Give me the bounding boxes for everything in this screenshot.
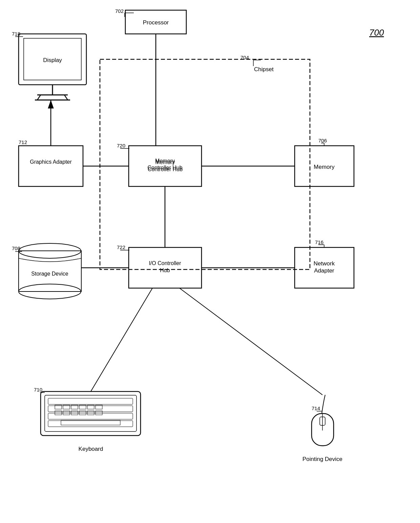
keyboard-row1 <box>48 398 133 404</box>
storage-inner-curve <box>19 258 81 262</box>
ref-722: 722 <box>117 244 125 250</box>
display-label: Display <box>43 57 62 63</box>
memory-label: Memory <box>314 164 335 170</box>
keyboard-label: Keyboard <box>79 446 103 452</box>
key-7 <box>55 411 62 415</box>
ref-712: 712 <box>19 139 27 145</box>
network-label-2: Adapter <box>314 267 334 274</box>
mch-label-1: Memory <box>155 158 175 164</box>
key-9 <box>71 411 78 415</box>
mouse-cord <box>322 395 325 414</box>
key-12 <box>96 411 102 415</box>
ref-704: 704 <box>240 55 249 60</box>
diagram: 700 Processor 702 Chipset 704 Memory Con… <box>0 0 420 523</box>
spacebar <box>61 420 120 425</box>
network-label-1: Network <box>314 260 335 267</box>
key-8 <box>63 411 70 415</box>
chipset-box <box>100 59 310 269</box>
ioh-label-1: I/O Controller <box>149 260 181 266</box>
pointing-label: Pointing Device <box>302 456 342 462</box>
ref-714: 714 <box>312 405 320 411</box>
key-10 <box>79 411 86 415</box>
display-base-left <box>37 95 41 100</box>
diagram-title: 700 <box>369 27 384 38</box>
storage-label-1: Storage Device <box>31 271 68 277</box>
ioh-keyboard-line <box>91 288 152 391</box>
key-11 <box>87 411 94 415</box>
chipset-label: Chipset <box>254 66 274 73</box>
keyboard-row3 <box>48 413 133 419</box>
ref-702: 702 <box>115 8 124 14</box>
display-base-right <box>64 95 68 100</box>
ref-706: 706 <box>318 138 327 143</box>
ioh-label-2: Hub <box>160 267 170 273</box>
mch-label-2: Controller Hub <box>147 165 182 170</box>
ref-716: 716 <box>315 239 323 245</box>
ref-718: 718 <box>12 31 20 37</box>
ref-720: 720 <box>117 143 125 148</box>
ref-710: 710 <box>34 387 42 393</box>
processor-label: Processor <box>143 19 169 26</box>
ioh-pointing-line <box>180 288 322 395</box>
graphics-label-1: Graphics Adapter <box>30 159 72 165</box>
graphics-box <box>19 146 83 186</box>
ref-708: 708 <box>12 245 20 251</box>
